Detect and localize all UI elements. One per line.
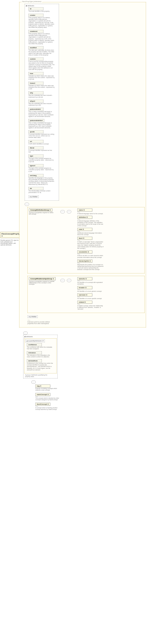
element-desc: A link to an item or a web resource whic… (77, 255, 104, 258)
attribute-id: id (29, 7, 43, 10)
attribute-qcode: qcode (29, 130, 43, 133)
concept-relationships-group: ConceptRelationshipsGroup A group of pro… (28, 276, 144, 313)
attribute-typeuri: typeuri (29, 164, 43, 167)
sequence-compositor-icon (60, 210, 65, 213)
element-desc: An identifier of a concept with equivale… (77, 282, 104, 285)
attributes-label: attributes (26, 336, 33, 338)
attribute-desc: Indicates by which means the value was e… (29, 75, 55, 80)
attribute-desc: A concept identifier expressed as a stri… (29, 134, 55, 138)
attribute-derivedfrom: derivedfrom (27, 359, 42, 362)
attribute-desc: The type of the concept assigned as cont… (29, 158, 55, 162)
element-facetConcept: facetConcept (35, 403, 50, 406)
attribute-pubconstrainturi: pubconstrainturi (29, 119, 44, 122)
attribute-desc: One or many constraints that apply to pu… (29, 122, 55, 129)
attribute-literal: literal (29, 146, 43, 150)
element-desc: A related concept, where the relationshi… (77, 305, 104, 310)
attribute-desc: If set to true the corresponding propert… (29, 61, 55, 70)
quantify-attributes-group: grp quantifyAttributes confidence The co… (24, 338, 57, 373)
attribute-desc: One or many constraints that apply to pu… (29, 111, 55, 117)
group-name-relationships: ConceptRelationshipsGroup (29, 277, 56, 280)
attribute-wildcard: any ##other (29, 196, 39, 198)
root-type-name: Flex1ConceptPropType (2, 233, 21, 237)
attribute-desc: A concept identifier expressed as free t… (29, 150, 55, 153)
element-sameAs: sameAs (77, 277, 92, 280)
attribute-desc: The directionality of textual content (e… (29, 190, 55, 193)
attribute-howuri: howuri (29, 82, 43, 85)
attribute-desc: The type of the concept assigned as cont… (29, 167, 55, 172)
element-remoteInfo: remoteInfo (77, 250, 92, 254)
element-narrower: narrower (77, 293, 92, 296)
element-hierarchyInfo: hierarchyInfo (77, 260, 92, 262)
attributes-label: attributes (28, 5, 34, 7)
element-desc: An identifier of a more specific concept… (77, 298, 104, 300)
attribute-desc: The local identifier of the property. (29, 10, 55, 12)
attribute-modified: modified (29, 46, 43, 49)
extension-title: Flex1PropType (extension) (21, 0, 42, 2)
sequence-compositor-icon (60, 279, 65, 282)
quantify-group-name: grp quantifyAttributes (25, 339, 45, 342)
element-desc: A natural language name for the concept. (77, 213, 104, 214)
attribute-desc: Why the metadata has been included - exp… (29, 94, 55, 98)
attribute-desc: The relevance of the metadata to the new… (27, 354, 53, 358)
element-bag: bag (35, 384, 50, 388)
element-name: name (77, 208, 92, 212)
attribute-whyuri: whyuri (29, 100, 43, 103)
sequence-compositor-icon (31, 380, 36, 384)
group-name-definition: ConceptDefinitionGroup (29, 208, 52, 212)
element-definition: definition (77, 216, 92, 219)
attribute-creator: creator (29, 14, 43, 17)
attribute-confidence: confidence (27, 343, 42, 346)
element-desc: A concept which is faceting another conc… (35, 407, 62, 410)
group-desc-relationships: A group of properties required to indica… (29, 281, 55, 285)
extension-group: Flex1PropType (extension) ▣ attributes i… (19, 2, 146, 328)
element-mainConcept: mainConcept (35, 393, 50, 396)
attribute-desc: If the property value is not defined, sp… (29, 17, 55, 28)
attributes-block: ▣ attributes id The local identifier of … (25, 4, 59, 200)
attribute-desc: The confidence with which the metadata h… (27, 346, 53, 350)
attribute-desc: The date (and, optionally, the time) whe… (29, 50, 55, 56)
attribute-desc: A reference to the concept from which th… (27, 362, 53, 370)
sequence-compositor-icon (25, 203, 29, 206)
quantify-attributes-block: ▣ attributes grp quantifyAttributes conf… (23, 335, 58, 378)
quantify-group-desc: A group of attributes quantifying the pr… (25, 374, 51, 378)
attribute-relevance: relevance (27, 351, 42, 354)
element-broader: broader (77, 286, 92, 289)
element-related: related (77, 301, 92, 304)
element-facet: facet (77, 237, 92, 240)
attribute-desc: Specifies the language of this property … (29, 177, 55, 185)
attribute-creatoruri: creatoruri (29, 30, 43, 33)
element-note: note (77, 228, 92, 231)
attribute-desc: A URI which identifies a concept. (29, 143, 55, 145)
element-desc: An identifier of a more generic concept. (77, 290, 104, 292)
element-desc: Additional natural language information … (77, 232, 104, 236)
sequence-compositor-icon (67, 210, 71, 213)
attribute-desc: If the property value is not defined, sp… (29, 33, 55, 44)
element-desc: In NAR 1.8 and later 'facet' is deprecat… (77, 241, 104, 249)
attribute-pubconstraint: pubconstraint (29, 108, 43, 111)
attribute-type: type (29, 154, 43, 158)
attribute-why: why (29, 91, 43, 94)
attribute-dir: dir (29, 187, 43, 190)
root-type-desc: Flexible generic PCL-type for both contr… (1, 239, 20, 246)
sequence-compositor-icon (67, 279, 71, 282)
sequence-compositor-icon (23, 332, 28, 335)
element-desc: A group of existing concepts which expre… (35, 388, 62, 391)
attribute-desc: Why the metadata has been included - exp… (29, 103, 55, 106)
lower-elements: bag A group of existing concepts which e… (31, 380, 146, 410)
root-type-box: Flex1ConceptPropType (1, 232, 22, 238)
attribute-desc: Indicates by which means the value was e… (29, 85, 55, 90)
element-desc: A natural language definition of the sem… (77, 220, 104, 227)
extension-point-wildcard: any ##other (28, 315, 38, 318)
extension-point-desc: Extension point for provider-defined pro… (28, 321, 54, 324)
attribute-xml-lang: xml:lang (29, 174, 43, 177)
concept-definition-group: ConceptDefinitionGroup A group of proper… (28, 207, 144, 274)
group-desc-definition: A group of properties required to define… (29, 212, 55, 215)
attribute-custom: custom (29, 58, 43, 60)
attribute-how: how (29, 72, 43, 75)
element-desc: Represents the position of a concept in … (77, 264, 104, 270)
element-desc: The concept which is faceted by other co… (35, 398, 62, 401)
attribute-uri: uri (29, 140, 43, 143)
